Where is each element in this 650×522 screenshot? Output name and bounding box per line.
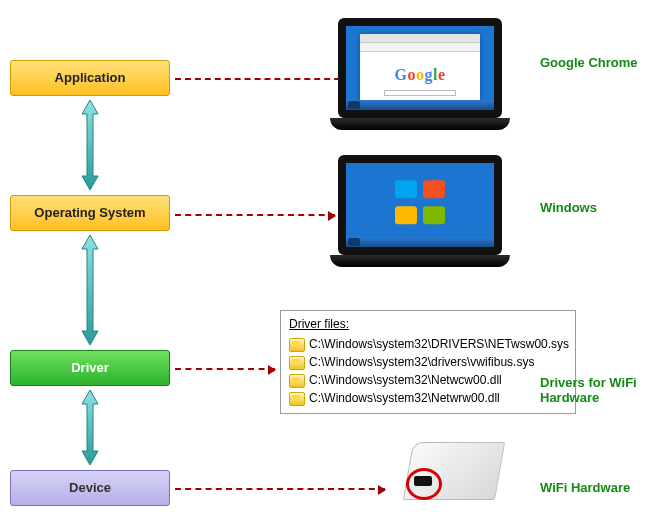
svg-marker-1 xyxy=(82,235,98,345)
example-label-driver: Drivers for WiFi Hardware xyxy=(540,375,640,405)
example-laptop-windows xyxy=(330,155,510,267)
chrome-window: Google xyxy=(360,34,480,104)
windows-logo-icon xyxy=(395,180,445,224)
svg-marker-0 xyxy=(82,100,98,190)
dashed-arrow-os xyxy=(175,214,335,216)
system-layers-diagram: Application Operating System Driver Devi… xyxy=(0,0,650,522)
driver-file-row: C:\Windows\system32\Netwcw00.dll xyxy=(289,371,567,389)
layer-application: Application xyxy=(10,60,170,96)
layer-device: Device xyxy=(10,470,170,506)
dashed-arrow-driver xyxy=(175,368,275,370)
example-label-application: Google Chrome xyxy=(540,55,638,70)
driver-files-panel: Driver files: C:\Windows\system32\DRIVER… xyxy=(280,310,576,414)
file-icon xyxy=(289,338,305,352)
example-label-device: WiFi Hardware xyxy=(540,480,630,495)
file-icon xyxy=(289,374,305,388)
layer-operating-system: Operating System xyxy=(10,195,170,231)
dashed-arrow-device xyxy=(175,488,385,490)
svg-marker-2 xyxy=(82,390,98,465)
example-wifi-hardware xyxy=(380,440,500,500)
arrow-os-to-driver xyxy=(80,235,100,345)
file-icon xyxy=(289,356,305,370)
highlight-circle-icon xyxy=(406,468,442,500)
google-logo: Google xyxy=(360,52,480,84)
example-laptop-chrome: Google xyxy=(330,18,510,130)
driver-file-row: C:\Windows\system32\Netwrw00.dll xyxy=(289,389,567,407)
driver-file-row: C:\Windows\system32\DRIVERS\NETwsw00.sys xyxy=(289,335,567,353)
arrow-driver-to-device xyxy=(80,390,100,465)
file-icon xyxy=(289,392,305,406)
arrow-app-to-os xyxy=(80,100,100,190)
driver-file-row: C:\Windows\system32\drivers\vwifibus.sys xyxy=(289,353,567,371)
driver-files-title: Driver files: xyxy=(289,317,567,331)
example-label-os: Windows xyxy=(540,200,597,215)
layer-driver: Driver xyxy=(10,350,170,386)
